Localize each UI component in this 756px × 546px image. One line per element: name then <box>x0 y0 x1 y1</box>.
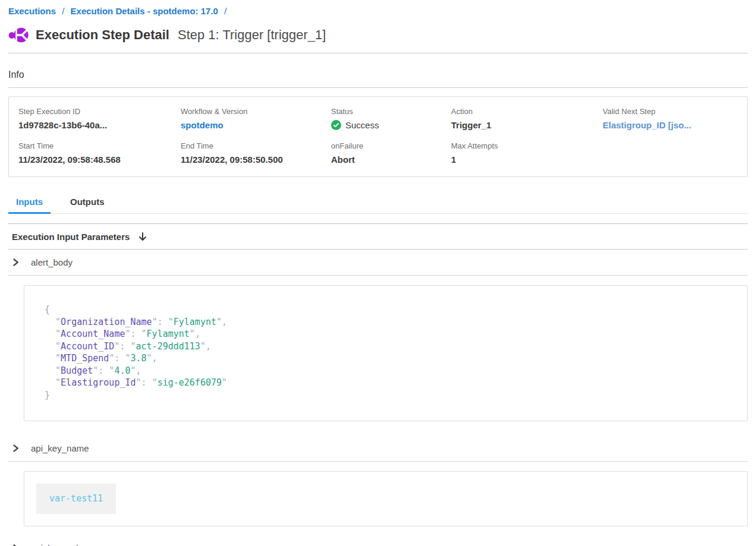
info-field-status: Status Success <box>322 107 442 130</box>
info-card: Step Execution ID 1d97828c-13b6-40a... W… <box>8 96 748 177</box>
section-row-api-key-name[interactable]: api_key_name <box>8 435 748 462</box>
success-check-icon <box>331 120 341 130</box>
field-value: 1 <box>451 154 593 165</box>
field-label: Status <box>331 107 442 116</box>
status-text: Success <box>345 120 379 130</box>
field-label: End Time <box>181 141 322 150</box>
status-badge: Success <box>331 120 442 130</box>
params-header: Execution Input Parameters <box>8 224 748 250</box>
json-code: { "Organization_Name": "Fylamynt", "Acco… <box>45 304 727 401</box>
field-label: Step Execution ID <box>18 107 171 116</box>
next-step-link[interactable]: Elastigroup_ID [jso... <box>603 120 747 130</box>
field-value: 11/23/2022, 09:58:50.500 <box>181 154 322 165</box>
field-value: Abort <box>331 154 442 165</box>
section-row-alert-body[interactable]: alert_body <box>8 250 748 276</box>
download-arrow-icon[interactable] <box>138 232 147 242</box>
breadcrumb-separator: / <box>224 6 226 16</box>
info-field-workflow-version: Workflow & Version spotdemo <box>171 107 322 130</box>
info-cell-empty <box>593 141 747 165</box>
field-value: Trigger_1 <box>451 120 593 130</box>
info-field-start-time: Start Time 11/23/2022, 09:58:48.568 <box>9 141 171 165</box>
tabbar: Inputs Outputs <box>8 192 748 214</box>
section-label: alert_body <box>31 257 73 267</box>
tab-inputs[interactable]: Inputs <box>8 192 51 214</box>
chevron-right-icon <box>12 544 20 546</box>
section-label: api_key_name <box>31 443 89 453</box>
page-header: Execution Step Detail Step 1: Trigger [t… <box>8 26 748 53</box>
info-field-step-execution-id: Step Execution ID 1d97828c-13b6-40a... <box>9 107 171 130</box>
field-value: 11/23/2022, 09:58:48.568 <box>18 154 171 165</box>
field-label: onFailure <box>331 141 442 150</box>
field-label: Start Time <box>18 141 171 150</box>
info-heading: Info <box>8 70 748 88</box>
info-field-action: Action Trigger_1 <box>442 107 593 130</box>
info-field-max-attempts: Max Attempts 1 <box>442 141 593 165</box>
info-field-valid-next-step: Valid Next Step Elastigroup_ID [jso... <box>593 107 747 130</box>
chevron-right-icon <box>12 258 20 267</box>
api-key-name-card: var-test11 <box>24 471 748 526</box>
info-field-end-time: End Time 11/23/2022, 09:58:50.500 <box>171 141 322 165</box>
api-key-name-value: var-test11 <box>36 484 116 514</box>
field-label: Max Attempts <box>451 141 593 150</box>
params-header-label: Execution Input Parameters <box>12 232 130 242</box>
brand-logo-icon <box>8 26 29 44</box>
page-subtitle: Step 1: Trigger [trigger_1] <box>178 27 326 43</box>
info-field-onfailure: onFailure Abort <box>322 141 442 165</box>
field-value: 1d97828c-13b6-40a... <box>18 120 171 130</box>
workflow-link[interactable]: spotdemo <box>181 120 322 130</box>
field-label: Workflow & Version <box>181 107 322 116</box>
breadcrumb-separator: / <box>62 6 64 16</box>
section-label: api_key_value <box>31 543 88 546</box>
page-title: Execution Step Detail <box>36 27 169 43</box>
tab-outputs[interactable]: Outputs <box>62 192 112 214</box>
field-label: Action <box>451 107 593 116</box>
field-label: Valid Next Step <box>603 107 747 116</box>
chevron-right-icon <box>12 444 20 453</box>
breadcrumb: Executions / Execution Details - spotdem… <box>8 0 748 16</box>
breadcrumb-link-executions[interactable]: Executions <box>8 6 56 16</box>
section-row-api-key-value[interactable]: api_key_value <box>8 535 748 546</box>
breadcrumb-link-execution-details[interactable]: Execution Details - spotdemo: 17.0 <box>71 6 218 16</box>
alert-body-json: { "Organization_Name": "Fylamynt", "Acco… <box>24 285 748 421</box>
